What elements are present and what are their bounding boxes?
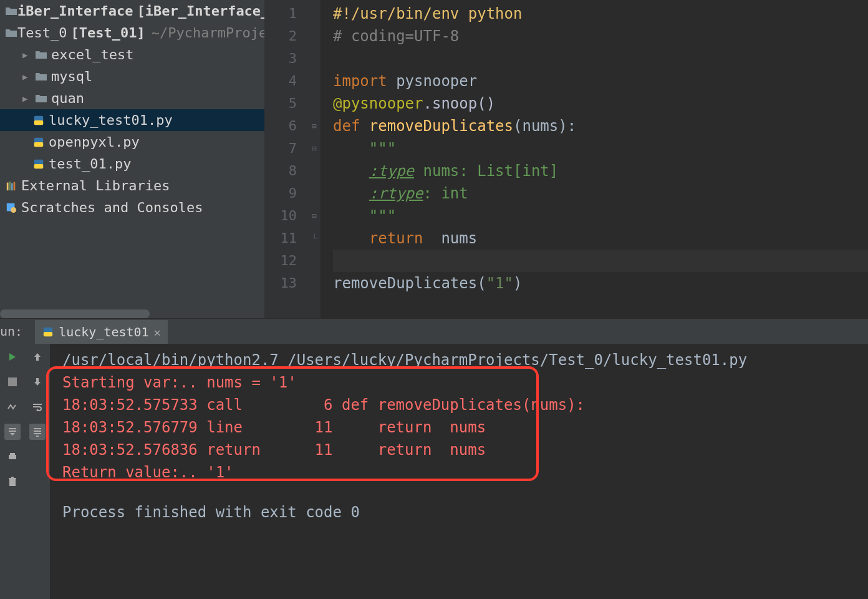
run-tab-name: lucky_test01 <box>59 324 149 339</box>
tree-file[interactable]: openpyxl.py <box>0 131 264 153</box>
svg-rect-5 <box>34 164 43 168</box>
code-text: """ <box>369 140 396 157</box>
svg-rect-1 <box>34 120 43 125</box>
code-text: :rtype <box>369 185 423 202</box>
tree-root-2[interactable]: Test_0 [Test_01] ~/PycharmProje <box>0 22 264 44</box>
project-path: ~/PycharmProje <box>152 25 264 41</box>
code-editor[interactable]: 1234 5678 910111213 ⊟⊟⊟ └ #!/usr/bin/env… <box>264 0 868 318</box>
svg-point-11 <box>11 207 16 213</box>
external-label: External Libraries <box>21 178 170 193</box>
code-text: return <box>369 230 441 247</box>
run-panel: un: lucky_test01 ✕ /usr/local/bin/python… <box>0 318 868 599</box>
run-tab[interactable]: lucky_test01 ✕ <box>35 319 168 344</box>
python-file-icon <box>32 158 49 170</box>
stop-button[interactable] <box>4 374 21 390</box>
code-text: :type <box>369 162 414 180</box>
project-name: iBer_Interface <box>17 3 133 19</box>
python-file-icon <box>32 137 49 148</box>
python-file-icon <box>32 115 49 126</box>
run-tabs: un: lucky_test01 ✕ <box>0 319 868 344</box>
svg-rect-8 <box>11 183 13 190</box>
code-text: removeDuplicates <box>369 117 513 135</box>
svg-rect-3 <box>34 142 43 147</box>
tree-folder[interactable]: ▶ mysql <box>0 66 264 87</box>
svg-rect-15 <box>9 455 16 459</box>
line-gutter: 1234 5678 910111213 <box>264 0 308 318</box>
horizontal-scrollbar[interactable] <box>0 309 150 318</box>
project-suffix: [iBer_Interface_Te <box>137 3 264 19</box>
tree-file[interactable]: test_01.py <box>0 153 264 175</box>
project-suffix: [Test_01] <box>70 25 145 41</box>
run-toolbar-left <box>0 344 25 599</box>
scroll-to-end-button[interactable] <box>4 424 21 440</box>
expand-arrow-icon[interactable]: ▶ <box>22 94 35 104</box>
code-text: nums: List[int] <box>414 162 558 180</box>
library-icon <box>5 180 21 192</box>
console-line: Starting var:.. nums = '1' <box>62 371 856 394</box>
console-line: 18:03:52.576779 line 11 return nums <box>62 416 856 439</box>
code-content[interactable]: #!/usr/bin/env python # coding=UTF-8# co… <box>321 0 868 318</box>
console-line: 18:03:52.576836 return 11 return nums <box>62 439 856 461</box>
folder-label: excel_test <box>51 47 133 62</box>
rerun-button[interactable] <box>4 349 21 365</box>
expand-arrow-icon[interactable]: ▶ <box>22 72 35 82</box>
code-text: (nums): <box>513 117 576 135</box>
svg-rect-9 <box>14 182 16 190</box>
console-exit: Process finished with exit code 0 <box>62 501 856 524</box>
delete-button[interactable] <box>4 474 21 490</box>
svg-rect-16 <box>10 453 15 455</box>
file-label: test_01.py <box>49 156 131 172</box>
code-text: : int <box>423 185 468 202</box>
svg-rect-13 <box>44 332 52 336</box>
tree-file-selected[interactable]: lucky_test01.py <box>0 109 264 131</box>
svg-rect-14 <box>8 377 17 386</box>
console-line: 18:03:52.575733 call 6 def removeDuplica… <box>62 394 856 416</box>
print-button[interactable] <box>4 449 21 465</box>
code-text: def <box>333 117 369 135</box>
code-text: pysnooper <box>396 72 477 90</box>
close-icon[interactable]: ✕ <box>154 326 161 339</box>
folder-icon <box>5 6 17 16</box>
folder-label: mysql <box>51 69 92 84</box>
external-libraries[interactable]: External Libraries <box>0 175 264 197</box>
code-text: """ <box>369 207 396 225</box>
tree-folder[interactable]: ▶ excel_test <box>0 44 264 66</box>
file-label: openpyxl.py <box>49 134 140 150</box>
code-text: # coding=UTF-8 <box>333 27 459 45</box>
code-text: ) <box>513 275 522 292</box>
python-icon <box>42 326 54 338</box>
code-text: import <box>333 72 396 90</box>
expand-arrow-icon[interactable]: ▶ <box>22 50 35 60</box>
code-text: .snoop() <box>423 95 496 112</box>
run-tool-label: un: <box>0 319 29 344</box>
console-output[interactable]: /usr/local/bin/python2.7 /Users/lucky/Py… <box>50 344 868 599</box>
up-button[interactable] <box>29 349 46 365</box>
code-text: "1" <box>486 275 513 292</box>
code-text: nums <box>441 230 477 247</box>
tree-root-1[interactable]: iBer_Interface [iBer_Interface_Te <box>0 0 264 22</box>
folder-icon <box>35 72 51 82</box>
soft-wrap-button[interactable] <box>29 399 46 415</box>
folder-label: quan <box>51 90 84 106</box>
project-name: Test_0 <box>17 25 67 41</box>
scratch-icon <box>5 202 21 213</box>
code-text: @pysnooper <box>333 95 423 112</box>
svg-rect-6 <box>7 182 9 190</box>
toggle-button[interactable] <box>4 399 21 415</box>
console-command: /usr/local/bin/python2.7 /Users/lucky/Py… <box>62 349 856 371</box>
down-button[interactable] <box>29 374 46 390</box>
code-text: removeDuplicates( <box>333 275 486 292</box>
folder-icon <box>35 50 51 60</box>
file-label: lucky_test01.py <box>49 112 173 128</box>
scroll-button[interactable] <box>29 424 46 440</box>
folder-icon <box>35 94 51 104</box>
tree-folder[interactable]: ▶ quan <box>0 87 264 109</box>
scratches-consoles[interactable]: Scratches and Consoles <box>0 197 264 218</box>
folder-icon <box>5 28 17 38</box>
project-tree[interactable]: iBer_Interface [iBer_Interface_Te Test_0… <box>0 0 264 318</box>
fold-strip: ⊟⊟⊟ └ <box>308 0 321 318</box>
svg-rect-7 <box>9 181 11 190</box>
run-toolbar-inner <box>25 344 50 599</box>
console-line: Return value:.. '1' <box>62 461 856 484</box>
code-text: #!/usr/bin/env python <box>333 5 522 22</box>
